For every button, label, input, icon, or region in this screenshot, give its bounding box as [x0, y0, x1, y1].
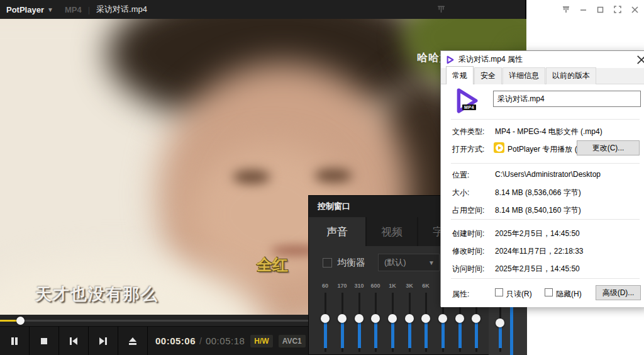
media-title: 采访对话.mp4 [96, 4, 147, 15]
eq-slider-knob[interactable] [371, 314, 380, 323]
subtitle-overlay: 全红 [257, 254, 288, 275]
pin-icon[interactable] [562, 5, 570, 14]
eq-slider[interactable] [417, 291, 435, 355]
eq-slider-knob[interactable] [455, 314, 464, 323]
tab-details[interactable]: 详细信息 [502, 67, 545, 84]
time-separator: / [199, 336, 202, 346]
tab-video[interactable]: 视频 [367, 217, 417, 246]
mp4-badge: MP4 [462, 104, 476, 110]
size-on-disk-value: 8.14 MB (8,540,160 字节) [495, 205, 581, 216]
preamp-knob[interactable] [496, 318, 504, 327]
tab-general[interactable]: 常规 [446, 66, 474, 84]
band-label: 1K [384, 283, 401, 289]
band-label: 60 [316, 283, 334, 289]
equalizer-checkbox[interactable] [323, 258, 332, 268]
close-icon[interactable] [631, 6, 639, 14]
location-value: C:\Users\Administrator\Desktop [495, 170, 601, 179]
dialog-titlebar[interactable]: 采访对话.mp4 属性 [441, 51, 644, 68]
eq-slider-knob[interactable] [421, 314, 430, 323]
app-menu-chevron-icon[interactable]: ▼ [47, 6, 53, 13]
divider [451, 119, 640, 120]
hw-decode-badge[interactable]: H/W [250, 335, 272, 347]
tab-previous-versions[interactable]: 以前的版本 [546, 67, 596, 84]
accessed-label: 访问时间: [452, 264, 484, 274]
stop-button[interactable] [30, 327, 59, 355]
properties-dialog: 采访对话.mp4 属性 常规 安全 详细信息 以前的版本 MP4 文件类型: M… [440, 50, 644, 307]
eq-slider[interactable] [384, 291, 401, 355]
dialog-close-icon[interactable] [636, 54, 644, 65]
eq-slider-knob[interactable] [355, 314, 364, 323]
band-label: 600 [367, 283, 384, 289]
divider [451, 278, 640, 279]
fullscreen-icon[interactable] [613, 5, 622, 14]
player-titlebar: PotPlayer ▼ MP4 | 采访对话.mp4 [0, 0, 525, 19]
divider [451, 163, 640, 164]
control-window-title: 控制窗口 [318, 201, 350, 212]
eq-slider-knob[interactable] [438, 314, 447, 323]
equalizer-preset-dropdown[interactable]: (默认) ▼ [378, 254, 440, 271]
created-label: 创建时间: [452, 228, 484, 239]
volume-bar[interactable] [510, 307, 513, 355]
band-label: 310 [350, 283, 368, 289]
eject-button[interactable] [118, 327, 148, 355]
minimize-icon[interactable] [579, 6, 587, 14]
openwith-value: PotPlayer 专用播放 (64 [508, 144, 578, 155]
eq-slider-knob[interactable] [405, 314, 414, 323]
size-value: 8.14 MB (8,536,066 字节) [495, 188, 581, 198]
eq-slider[interactable] [350, 291, 368, 355]
eq-slider-knob[interactable] [338, 314, 347, 323]
modified-value: 2024年11月7日，22:18:33 [495, 246, 584, 257]
eq-slider[interactable] [367, 291, 384, 355]
screen: PotPlayer ▼ MP4 | 采访对话.mp4 哈哈娱乐Y bilibil… [0, 0, 644, 355]
created-value: 2025年2月5日，14:45:50 [495, 228, 580, 239]
eq-slider-knob[interactable] [388, 314, 397, 323]
eq-slider[interactable] [401, 291, 418, 355]
size-on-disk-label: 占用空间: [452, 205, 484, 216]
advanced-button[interactable]: 高级(D)... [596, 285, 641, 300]
accessed-value: 2025年2月5日，14:45:50 [495, 264, 580, 274]
openwith-label: 打开方式: [452, 144, 484, 155]
divider [451, 219, 640, 220]
location-label: 位置: [452, 170, 469, 181]
filetype-label: 文件类型: [452, 127, 484, 137]
equalizer-label: 均衡器 [337, 257, 365, 269]
eq-slider-knob[interactable] [321, 314, 330, 323]
maximize-icon[interactable] [596, 6, 604, 14]
hidden-label: 隐藏(H) [556, 289, 582, 300]
next-button[interactable] [89, 327, 118, 355]
potplayer-app-icon [494, 142, 504, 153]
video-codec-badge[interactable]: AVC1 [279, 335, 306, 347]
dialog-title: 采访对话.mp4 属性 [458, 54, 523, 65]
player-pin-icon[interactable] [436, 4, 446, 14]
equalizer-preset-value: (默认) [384, 257, 406, 268]
dialog-body: MP4 文件类型: MP4 - MPEG-4 电影文件 (.mp4) 打开方式:… [441, 84, 644, 307]
modified-label: 修改时间: [452, 246, 484, 257]
chevron-down-icon: ▼ [428, 259, 435, 266]
pause-button[interactable] [0, 327, 30, 355]
video-eye-right [314, 169, 352, 183]
dialog-tabs: 常规 安全 详细信息 以前的版本 [441, 68, 644, 84]
change-button[interactable]: 更改(C)... [577, 140, 640, 155]
tab-security[interactable]: 安全 [474, 67, 502, 84]
potplayer-icon [446, 55, 455, 64]
filetype-value: MP4 - MPEG-4 电影文件 (.mp4) [495, 127, 602, 137]
app-menu[interactable]: PotPlayer [6, 5, 44, 14]
window-controls [562, 5, 639, 14]
seek-knob[interactable] [16, 317, 25, 325]
time-current: 00:05:06 [155, 335, 196, 346]
eq-slider-knob[interactable] [472, 314, 480, 323]
eq-slider[interactable] [333, 291, 351, 355]
eq-slider[interactable] [316, 291, 334, 355]
previous-button[interactable] [59, 327, 89, 355]
size-label: 大小: [452, 188, 469, 198]
time-total: 00:05:18 [206, 335, 245, 346]
band-label: 170 [333, 283, 351, 289]
hidden-checkbox[interactable] [545, 288, 553, 296]
video-eye-left [233, 170, 270, 184]
band-label: 6K [417, 283, 435, 289]
filename-input[interactable] [493, 91, 641, 107]
attributes-label: 属性: [452, 289, 469, 300]
title-separator: | [88, 5, 90, 14]
tab-sound[interactable]: 声音 [309, 217, 365, 246]
readonly-checkbox[interactable] [495, 288, 503, 296]
